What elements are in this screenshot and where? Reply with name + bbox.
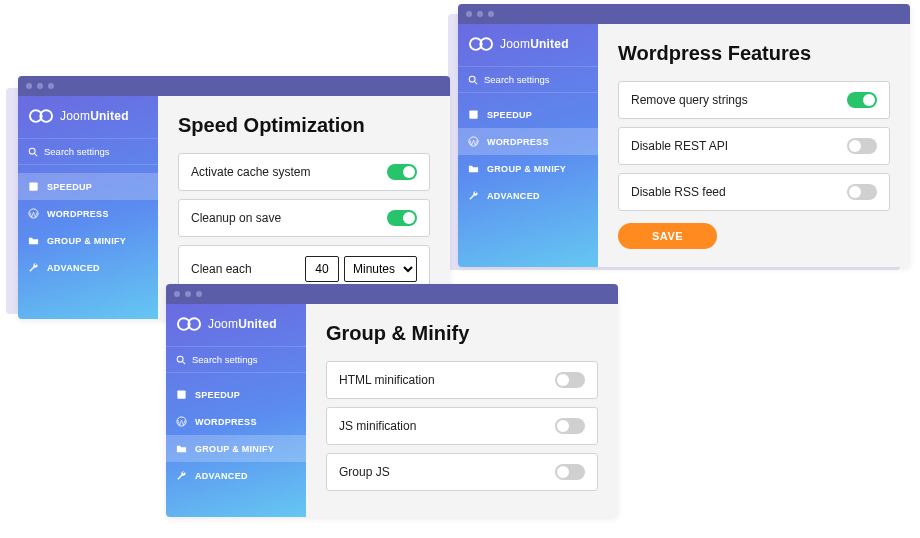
setting-label: Disable RSS feed xyxy=(631,185,726,199)
setting-row: Activate cache system xyxy=(178,153,430,191)
sidebar: JoomUnited Search settings SPEEDUP WORDP… xyxy=(18,96,158,319)
setting-label: Activate cache system xyxy=(191,165,310,179)
wordpress-icon xyxy=(468,136,479,147)
sidebar-item-speedup[interactable]: SPEEDUP xyxy=(166,381,306,408)
svg-point-8 xyxy=(29,148,35,154)
wordpress-icon xyxy=(28,208,39,219)
logo-icon xyxy=(468,36,494,52)
window-dot xyxy=(26,83,32,89)
sidebar-item-label: ADVANCED xyxy=(47,263,100,273)
search-input[interactable]: Search settings xyxy=(18,138,158,165)
sidebar: JoomUnited Search settings SPEEDUP WORDP… xyxy=(166,304,306,517)
sidebar-item-advanced[interactable]: ADVANCED xyxy=(166,462,306,489)
logo-icon xyxy=(28,108,54,124)
sidebar-item-speedup[interactable]: SPEEDUP xyxy=(458,101,598,128)
search-icon xyxy=(28,147,38,157)
svg-line-9 xyxy=(34,153,37,156)
setting-label: Remove query strings xyxy=(631,93,748,107)
window-titlebar xyxy=(166,284,618,304)
sidebar-item-group-minify[interactable]: GROUP & MINIFY xyxy=(166,435,306,462)
sidebar-item-label: SPEEDUP xyxy=(487,110,532,120)
brand-logo: JoomUnited xyxy=(166,304,306,346)
sidebar-item-label: WORDPRESS xyxy=(487,137,549,147)
window-dot xyxy=(196,291,202,297)
sidebar-item-speedup[interactable]: SPEEDUP xyxy=(18,173,158,200)
sidebar-item-label: GROUP & MINIFY xyxy=(47,236,126,246)
window-dot xyxy=(37,83,43,89)
page-title: Speed Optimization xyxy=(178,114,430,137)
toggle-js-minification[interactable] xyxy=(555,418,585,434)
search-placeholder: Search settings xyxy=(484,74,549,85)
setting-label: Clean each xyxy=(191,262,252,276)
folder-icon xyxy=(176,443,187,454)
wrench-icon xyxy=(176,470,187,481)
gauge-icon xyxy=(28,181,39,192)
sidebar-item-wordpress[interactable]: WORDPRESS xyxy=(458,128,598,155)
setting-row: Disable REST API xyxy=(618,127,890,165)
window-dot xyxy=(185,291,191,297)
toggle-remove-query-strings[interactable] xyxy=(847,92,877,108)
logo-icon xyxy=(176,316,202,332)
brand-logo: JoomUnited xyxy=(458,24,598,66)
window-dot xyxy=(488,11,494,17)
window-dot xyxy=(48,83,54,89)
setting-label: Group JS xyxy=(339,465,390,479)
window-titlebar xyxy=(18,76,450,96)
clean-each-unit[interactable]: Minutes xyxy=(344,256,417,282)
search-icon xyxy=(468,75,478,85)
toggle-html-minification[interactable] xyxy=(555,372,585,388)
setting-row: Cleanup on save xyxy=(178,199,430,237)
toggle-cleanup-on-save[interactable] xyxy=(387,210,417,226)
wrench-icon xyxy=(468,190,479,201)
svg-line-15 xyxy=(182,361,185,364)
sidebar-item-label: GROUP & MINIFY xyxy=(195,444,274,454)
clean-each-value[interactable] xyxy=(305,256,339,282)
svg-point-2 xyxy=(469,76,475,82)
setting-label: Cleanup on save xyxy=(191,211,281,225)
setting-label: Disable REST API xyxy=(631,139,728,153)
search-placeholder: Search settings xyxy=(192,354,257,365)
sidebar-item-wordpress[interactable]: WORDPRESS xyxy=(166,408,306,435)
gauge-icon xyxy=(468,109,479,120)
sidebar-item-advanced[interactable]: ADVANCED xyxy=(458,182,598,209)
sidebar-item-group-minify[interactable]: GROUP & MINIFY xyxy=(458,155,598,182)
window-dot xyxy=(174,291,180,297)
brand-name: JoomUnited xyxy=(60,109,129,123)
window-dot xyxy=(466,11,472,17)
toggle-disable-rest-api[interactable] xyxy=(847,138,877,154)
window-dot xyxy=(477,11,483,17)
toggle-disable-rss-feed[interactable] xyxy=(847,184,877,200)
search-icon xyxy=(176,355,186,365)
sidebar: JoomUnited Search settings SPEEDUP WORDP… xyxy=(458,24,598,267)
wordpress-icon xyxy=(176,416,187,427)
setting-row: HTML minification xyxy=(326,361,598,399)
sidebar-item-label: ADVANCED xyxy=(195,471,248,481)
setting-label: HTML minification xyxy=(339,373,435,387)
search-input[interactable]: Search settings xyxy=(458,66,598,93)
sidebar-item-label: WORDPRESS xyxy=(47,209,109,219)
svg-rect-4 xyxy=(469,110,477,118)
folder-icon xyxy=(468,163,479,174)
toggle-activate-cache[interactable] xyxy=(387,164,417,180)
svg-line-3 xyxy=(474,81,477,84)
sidebar-item-advanced[interactable]: ADVANCED xyxy=(18,254,158,281)
svg-rect-10 xyxy=(29,182,37,190)
sidebar-item-label: ADVANCED xyxy=(487,191,540,201)
sidebar-item-wordpress[interactable]: WORDPRESS xyxy=(18,200,158,227)
sidebar-item-label: SPEEDUP xyxy=(195,390,240,400)
brand-logo: JoomUnited xyxy=(18,96,158,138)
search-input[interactable]: Search settings xyxy=(166,346,306,373)
save-button[interactable]: SAVE xyxy=(618,223,717,249)
folder-icon xyxy=(28,235,39,246)
sidebar-item-label: WORDPRESS xyxy=(195,417,257,427)
svg-point-14 xyxy=(177,356,183,362)
sidebar-item-group-minify[interactable]: GROUP & MINIFY xyxy=(18,227,158,254)
svg-rect-16 xyxy=(177,390,185,398)
page-title: Group & Minify xyxy=(326,322,598,345)
toggle-group-js[interactable] xyxy=(555,464,585,480)
wrench-icon xyxy=(28,262,39,273)
brand-name: JoomUnited xyxy=(208,317,277,331)
page-title: Wordpress Features xyxy=(618,42,890,65)
window-titlebar xyxy=(458,4,910,24)
setting-label: JS minification xyxy=(339,419,416,433)
